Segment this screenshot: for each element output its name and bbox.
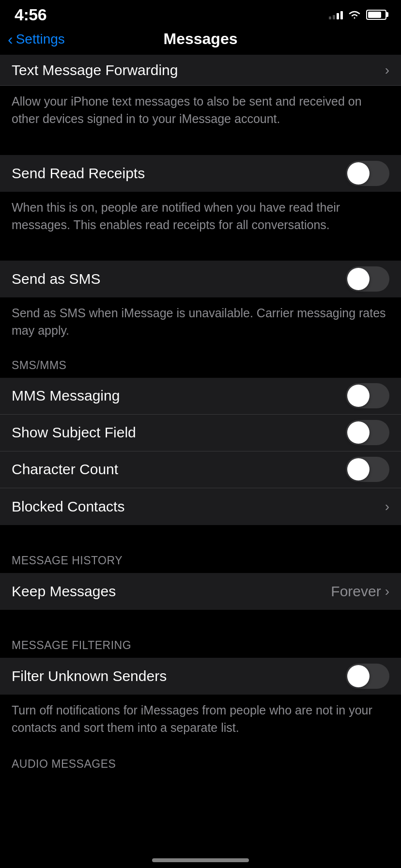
send-as-sms-toggle[interactable] [346, 266, 389, 292]
signal-icon [329, 10, 343, 19]
send-read-receipts-label: Send Read Receipts [12, 165, 145, 182]
text-message-forwarding-row[interactable]: Text Message Forwarding › [0, 55, 401, 86]
spacer-2 [0, 243, 401, 261]
text-forwarding-description-block: Allow your iPhone text messages to also … [0, 86, 401, 138]
mms-messaging-label: MMS Messaging [12, 388, 120, 404]
filter-unknown-senders-row[interactable]: Filter Unknown Senders [0, 658, 401, 695]
spacer-3 [0, 525, 401, 542]
audio-messages-label: AUDIO MESSAGES [12, 758, 116, 770]
toggle-thumb [347, 162, 370, 185]
keep-messages-value: Forever [331, 583, 381, 600]
filter-unknown-senders-label: Filter Unknown Senders [12, 668, 167, 684]
keep-messages-row[interactable]: Keep Messages Forever › [0, 573, 401, 610]
page-title: Messages [164, 30, 238, 48]
character-count-row[interactable]: Character Count [0, 451, 401, 488]
send-read-receipts-row[interactable]: Send Read Receipts [0, 155, 401, 192]
toggle-thumb-4 [347, 421, 370, 444]
message-history-section-header: MESSAGE HISTORY [0, 542, 401, 573]
send-read-receipts-description: When this is on, people are notified whe… [12, 201, 340, 232]
character-count-label: Character Count [12, 461, 118, 478]
send-as-sms-description: Send as SMS when iMessage is unavailable… [12, 306, 386, 337]
status-bar: 4:56 [0, 0, 401, 26]
send-as-sms-description-block: Send as SMS when iMessage is unavailable… [0, 297, 401, 349]
sms-mms-label: SMS/MMS [12, 359, 66, 372]
send-read-receipts-toggle[interactable] [346, 161, 389, 186]
home-indicator [152, 858, 249, 862]
spacer-1 [0, 138, 401, 155]
send-read-receipts-description-block: When this is on, people are notified whe… [0, 192, 401, 244]
text-forwarding-description: Allow your iPhone text messages to also … [12, 94, 362, 125]
nav-header: ‹ Settings Messages [0, 26, 401, 55]
send-as-sms-label: Send as SMS [12, 271, 100, 287]
show-subject-field-toggle[interactable] [346, 420, 389, 445]
keep-messages-chevron-icon: › [385, 584, 389, 599]
mms-messaging-row[interactable]: MMS Messaging [0, 378, 401, 415]
filter-unknown-senders-description: Turn off notifications for iMessages fro… [12, 703, 372, 734]
message-filtering-label: MESSAGE FILTERING [12, 639, 131, 651]
battery-icon [366, 10, 386, 20]
character-count-toggle[interactable] [346, 457, 389, 482]
back-label: Settings [16, 31, 65, 47]
filter-unknown-senders-description-block: Turn off notifications for iMessages fro… [0, 695, 401, 746]
show-subject-field-row[interactable]: Show Subject Field [0, 415, 401, 451]
blocked-contacts-chevron-icon: › [385, 499, 389, 514]
spacer-4 [0, 610, 401, 627]
message-filtering-section-header: MESSAGE FILTERING [0, 627, 401, 658]
back-chevron-icon: ‹ [8, 31, 13, 47]
filter-unknown-senders-toggle[interactable] [346, 664, 389, 689]
blocked-contacts-row[interactable]: Blocked Contacts › [0, 488, 401, 525]
wifi-icon [348, 9, 361, 20]
chevron-right-icon: › [385, 62, 389, 78]
audio-messages-section-header: AUDIO MESSAGES [0, 746, 401, 776]
status-time: 4:56 [15, 5, 46, 24]
keep-messages-right: Forever › [331, 583, 389, 600]
sms-mms-section-header: SMS/MMS [0, 349, 401, 378]
mms-messaging-toggle[interactable] [346, 383, 389, 408]
toggle-thumb-3 [347, 385, 370, 407]
text-message-forwarding-label: Text Message Forwarding [12, 62, 178, 78]
show-subject-field-label: Show Subject Field [12, 424, 136, 441]
back-button[interactable]: ‹ Settings [8, 31, 65, 47]
toggle-thumb-5 [347, 458, 370, 480]
message-history-label: MESSAGE HISTORY [12, 554, 123, 567]
toggle-thumb-6 [347, 665, 370, 687]
send-as-sms-row[interactable]: Send as SMS [0, 261, 401, 297]
blocked-contacts-label: Blocked Contacts [12, 498, 124, 515]
keep-messages-label: Keep Messages [12, 583, 116, 600]
toggle-thumb-2 [347, 268, 370, 290]
status-icons [329, 9, 386, 20]
